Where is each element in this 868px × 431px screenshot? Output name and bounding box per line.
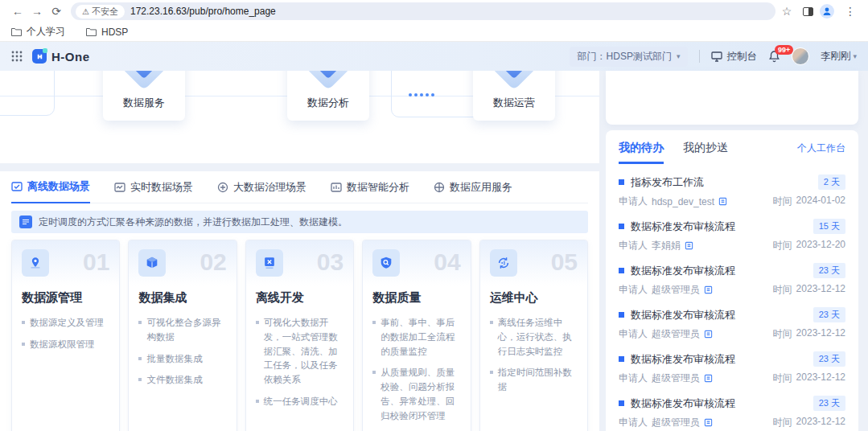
bookmarks-bar: 个人学习 HDSP: [0, 23, 868, 42]
detail-doc-icon[interactable]: [685, 241, 693, 250]
chevron-down-icon: ▾: [853, 52, 857, 60]
bookmark-folder-hdsp[interactable]: HDSP: [86, 27, 128, 38]
tab-label: 数据应用服务: [450, 180, 512, 195]
reload-button[interactable]: ⟳: [47, 5, 66, 18]
apps-grid-icon[interactable]: [11, 51, 23, 62]
card-number: 02: [200, 249, 226, 285]
back-button[interactable]: ←: [8, 5, 27, 18]
todo-title: 数据标准发布审核流程: [631, 264, 807, 278]
realtime-scene-icon: [114, 182, 125, 193]
card-data-quality[interactable]: 04 数据质量 事前、事中、事后的数据加工全流程的质量监控 从质量规则、质量校验…: [362, 240, 471, 431]
tab-realtime-data[interactable]: 实时数据场景: [114, 179, 193, 203]
todo-item[interactable]: 数据标准发布审核流程 23 天 申请人 超级管理员 时间 2023-12-12: [619, 263, 845, 297]
pin-glyph: [28, 256, 43, 270]
applicant-label: 申请人: [619, 416, 648, 429]
applicant-name: 超级管理员: [652, 371, 700, 385]
cube-3d-icon: [121, 71, 167, 90]
card-ops-center[interactable]: 05 运维中心 离线任务运维中心，运行状态、执行日志实时监控 指定时间范围补数据: [479, 240, 588, 431]
card-feature-item: 数据源权限管理: [22, 338, 109, 352]
bullet-icon: [619, 356, 624, 362]
department-selector[interactable]: 部门：HDSP测试部门 ▾: [570, 47, 689, 67]
todo-time: 2023-12-12: [796, 327, 845, 341]
card-feature-item: 离线任务运维中心，运行状态、执行日志实时监控: [490, 316, 578, 359]
card-feature-item: 数据源定义及管理: [22, 316, 109, 330]
feature-cards: 01 数据源管理 数据源定义及管理 数据源权限管理 02 数据集成 可视: [11, 240, 588, 431]
detail-doc-icon[interactable]: [704, 285, 713, 294]
todo-item[interactable]: 数据标准发布审核流程 23 天 申请人 超级管理员 时间 2023-12-12: [619, 307, 845, 341]
card-number: 04: [434, 249, 460, 285]
bullet-icon: [619, 179, 624, 185]
card-number: 01: [83, 249, 109, 285]
tab-data-governance[interactable]: 大数据治理场景: [217, 179, 306, 203]
user-menu[interactable]: 李刚刚 ▾: [821, 50, 857, 64]
h-one-logo[interactable]: H-One: [32, 49, 90, 64]
todo-item[interactable]: 数据标准发布审核流程 15 天 申请人 李娟娟 时间 2023-12-20: [619, 219, 845, 252]
bullet-icon: [619, 224, 624, 229]
card-title: 数据集成: [138, 290, 226, 306]
days-badge: 23 天: [813, 307, 845, 322]
user-name: 李刚刚: [821, 50, 851, 64]
applicant-name: hdsp_dev_test: [652, 196, 714, 207]
right-panel: 我的待办 我的抄送 个人工作台 指标发布工作流 2 天 申请人 hdsp_dev…: [606, 71, 858, 431]
applicant-name: 超级管理员: [652, 327, 700, 341]
bookmark-star-icon[interactable]: ☆: [777, 5, 796, 18]
chevron-down-icon: ▾: [677, 52, 681, 60]
detail-doc-icon[interactable]: [718, 197, 727, 206]
personal-workbench-link[interactable]: 个人工作台: [797, 142, 845, 155]
card-number: 03: [317, 249, 343, 285]
days-badge: 23 天: [813, 263, 845, 278]
browser-menu-icon[interactable]: ⋮: [841, 5, 860, 18]
card-datasource-management[interactable]: 01 数据源管理 数据源定义及管理 数据源权限管理: [11, 240, 120, 431]
flow-node-label: 数据服务: [123, 96, 165, 110]
address-bar[interactable]: ⚠ 不安全 172.23.16.63/pub/pro/home_page: [71, 2, 775, 20]
user-avatar[interactable]: [792, 47, 809, 65]
tab-my-cc[interactable]: 我的抄送: [683, 141, 728, 162]
flow-node-data-operation[interactable]: 数据运营: [473, 71, 555, 121]
notifications-button[interactable]: 99+: [768, 50, 780, 63]
main-content: 数据服务 数据分析 数据运营 离线数据场景 实时数据场景 大数据治理场景: [0, 71, 868, 431]
todo-item[interactable]: 指标发布工作流 2 天 申请人 hdsp_dev_test 时间 2024-01…: [619, 174, 845, 208]
security-label: 不安全: [92, 6, 118, 18]
flow-frame-decoration: [0, 71, 55, 116]
grid-dots-icon: [11, 51, 23, 62]
applicant-label: 申请人: [619, 283, 648, 297]
detail-doc-icon[interactable]: [704, 418, 713, 427]
browser-profile-icon[interactable]: [820, 4, 834, 18]
days-badge: 2 天: [818, 174, 845, 190]
flow-node-data-analysis[interactable]: 数据分析: [287, 71, 369, 121]
forward-button[interactable]: →: [27, 5, 47, 18]
offline-scene-icon: [11, 181, 23, 192]
todo-time: 2024-01-02: [796, 195, 845, 208]
flow-diagram-section: 数据服务 数据分析 数据运营: [0, 71, 599, 163]
side-panel-icon[interactable]: [803, 7, 813, 16]
card-header: 04: [363, 240, 470, 285]
days-badge: 23 天: [813, 351, 845, 367]
governance-scene-icon: [217, 182, 228, 193]
header-divider: [699, 50, 700, 63]
bookmark-label: HDSP: [101, 27, 128, 38]
tab-my-todo[interactable]: 我的待办: [619, 141, 664, 164]
card-offline-development[interactable]: 03 离线开发 可视化大数据开发，一站式管理数据汇聚、清洗、加工任务，以及任务依…: [245, 240, 354, 431]
tab-app-service[interactable]: 数据应用服务: [434, 179, 512, 203]
detail-doc-icon[interactable]: [704, 330, 713, 339]
tab-label: 实时数据场景: [130, 180, 193, 195]
card-data-integration[interactable]: 02 数据集成 可视化整合多源异构数据 批量数据集成 文件数据集成: [128, 240, 237, 431]
tab-intelligent-analysis[interactable]: 数据智能分析: [331, 179, 409, 203]
todo-item[interactable]: 数据标准发布审核流程 23 天 申请人 超级管理员 时间 2023-12-12: [619, 351, 845, 385]
flow-node-data-service[interactable]: 数据服务: [103, 71, 185, 121]
tab-offline-data[interactable]: 离线数据场景: [11, 179, 90, 203]
applicant-label: 申请人: [619, 195, 648, 208]
scenario-description-banner: 定时调度的方式汇聚各种来源的数据，并进行数据加工处理、数据建模。: [11, 211, 588, 233]
applicant-label: 申请人: [619, 239, 648, 252]
security-chip[interactable]: ⚠ 不安全: [76, 5, 125, 18]
console-button[interactable]: 控制台: [711, 50, 757, 64]
todo-item[interactable]: 数据标准发布审核流程 23 天 申请人 超级管理员 时间 2023-12-12: [619, 396, 845, 429]
card-body: 运维中心 离线任务运维中心，运行状态、执行日志实时监控 指定时间范围补数据: [480, 285, 587, 404]
bookmark-label: 个人学习: [27, 25, 65, 39]
detail-doc-icon[interactable]: [704, 374, 713, 383]
info-list-icon: [19, 216, 32, 228]
bookmark-folder-personal[interactable]: 个人学习: [11, 25, 65, 39]
app-title: H-One: [51, 50, 90, 64]
ops-sync-icon: [490, 249, 517, 277]
time-label: 时间: [773, 371, 792, 385]
